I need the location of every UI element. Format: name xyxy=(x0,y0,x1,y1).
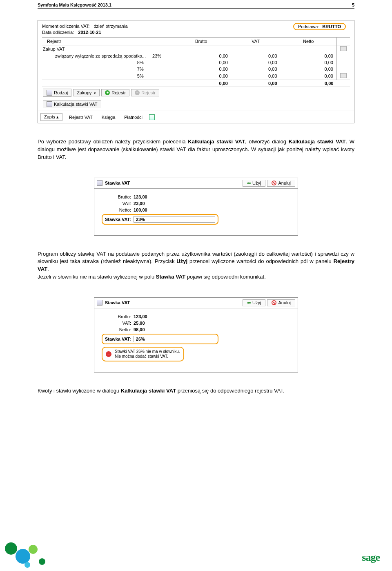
stawka-highlight: Stawka VAT: 26% xyxy=(102,334,218,344)
calculator-icon xyxy=(97,300,102,306)
moment-label: Moment odliczenia VAT: xyxy=(42,24,89,29)
page-header: Symfonia Mała Księgowość 2013.1 5 xyxy=(38,0,354,9)
footer-decoration: sage xyxy=(0,534,392,571)
col-vat: VAT xyxy=(231,38,281,45)
arrow-left-icon: ⇐ xyxy=(247,300,251,306)
group-sub: związany wyłącznie ze sprzedażą opodatko… xyxy=(47,54,146,58)
data-odliczenia-label: Data odliczenia: xyxy=(42,30,74,35)
use-button[interactable]: ⇐ Użyj xyxy=(243,299,265,306)
zakupy-button[interactable]: Zakupy xyxy=(73,89,100,96)
stawka-vat-dialog-2: Stawka VAT ⇐ Użyj Anuluj Brutto:123,00 V… xyxy=(94,297,298,372)
stawka-input[interactable]: 23% xyxy=(134,216,215,223)
vat-table: Rejestr Brutto VAT Netto Zakup VAT związ… xyxy=(42,37,350,87)
col-rejestr: Rejestr xyxy=(42,38,172,45)
col-netto: Netto xyxy=(281,38,337,45)
cancel-button[interactable]: Anuluj xyxy=(267,180,295,187)
rodzaj-button[interactable]: Rodzaj xyxy=(43,89,71,97)
scroll-down-icon[interactable] xyxy=(340,73,347,78)
netto-value: 100,00 xyxy=(134,207,147,212)
podstawa-highlight: Podstawa: BRUTTO xyxy=(293,23,346,30)
vat-3: 0,00 xyxy=(231,72,281,80)
vat-label: VAT: xyxy=(102,201,134,206)
rate-2: 7% xyxy=(137,67,168,71)
list-icon xyxy=(47,90,52,96)
doc-title: Symfonia Mała Księgowość 2013.1 xyxy=(38,2,111,7)
dialog-title: Stawka VAT xyxy=(105,300,130,305)
sage-logo: sage xyxy=(362,551,380,564)
netto-0: 0,00 xyxy=(281,53,337,59)
calendar-icon[interactable] xyxy=(149,114,155,120)
error-icon: – xyxy=(106,351,111,357)
group-label: Zakup VAT xyxy=(42,45,337,53)
arrow-left-icon: ⇐ xyxy=(247,181,251,186)
error-line-2: Nie można dodać stawki VAT. xyxy=(115,354,180,359)
paragraph-2: Program obliczy stawkę VAT na podstawie … xyxy=(38,250,354,281)
netto-2: 0,00 xyxy=(281,66,337,72)
scroll-up-icon[interactable] xyxy=(340,46,347,51)
minus-icon: − xyxy=(135,90,140,95)
registry-toolbar: Rodzaj Zakupy + Rejestr − Rejestr xyxy=(42,87,350,98)
stawka-label: Stawka VAT: xyxy=(105,337,131,341)
total-brutto: 0,00 xyxy=(172,80,231,87)
col-brutto: Brutto xyxy=(172,38,231,45)
brutto-1: 0,00 xyxy=(172,59,231,66)
tab-rejestr-vat[interactable]: Rejestr VAT xyxy=(67,114,95,120)
stawka-input[interactable]: 26% xyxy=(134,336,215,342)
kalkulacja-stawki-button[interactable]: Kalkulacja stawki VAT xyxy=(43,100,101,108)
vat-value: 23,00 xyxy=(134,201,145,206)
netto-3: 0,00 xyxy=(281,72,337,80)
brutto-label: Brutto: xyxy=(102,194,134,199)
error-line-1: Stawki VAT 26% nie ma w słowniku. xyxy=(115,349,180,354)
paragraph-1: Po wyborze podstawy obliczeń należy przy… xyxy=(38,138,354,161)
tab-ksiega[interactable]: Księga xyxy=(99,114,118,120)
vat-1: 0,00 xyxy=(231,59,281,66)
netto-label: Netto: xyxy=(102,327,134,332)
tab-platnosci[interactable]: Płatności xyxy=(122,114,145,120)
remove-rejestr-button[interactable]: − Rejestr xyxy=(131,89,159,96)
calculator-icon xyxy=(47,101,52,107)
moment-value: dzień otrzymania xyxy=(94,24,127,29)
rate-0: 23% xyxy=(152,54,161,58)
brutto-3: 0,00 xyxy=(172,72,231,80)
netto-value: 98,00 xyxy=(134,327,145,332)
add-rejestr-button[interactable]: + Rejestr xyxy=(101,89,129,96)
netto-label: Netto: xyxy=(102,207,134,212)
calculator-icon xyxy=(97,180,102,186)
vat-2: 0,00 xyxy=(231,66,281,72)
data-odliczenia-value: 2012-10-21 xyxy=(78,30,101,35)
vat-label: VAT: xyxy=(102,321,134,326)
brutto-label: Brutto: xyxy=(102,314,134,319)
podstawa-value[interactable]: BRUTTO xyxy=(322,24,341,29)
use-button[interactable]: ⇐ Użyj xyxy=(243,180,265,187)
paragraph-4: Kwoty i stawki wyliczone w dialogu Kalku… xyxy=(38,387,354,395)
plus-icon: + xyxy=(105,90,110,95)
rate-3: 5% xyxy=(137,74,168,78)
vat-0: 0,00 xyxy=(231,53,281,59)
podstawa-label: Podstawa: xyxy=(298,24,319,29)
brutto-value: 123,00 xyxy=(134,314,147,319)
stawka-highlight: Stawka VAT: 23% xyxy=(102,214,218,225)
vat-value: 25,00 xyxy=(134,321,145,326)
rate-1: 8% xyxy=(137,60,168,65)
cancel-button[interactable]: Anuluj xyxy=(267,299,295,306)
cancel-icon xyxy=(272,181,276,185)
error-highlight: – Stawki VAT 26% nie ma w słowniku. Nie … xyxy=(102,347,184,361)
cancel-icon xyxy=(272,300,276,305)
netto-1: 0,00 xyxy=(281,59,337,66)
stawka-label: Stawka VAT: xyxy=(105,217,131,222)
brutto-0: 0,00 xyxy=(172,53,231,59)
total-netto: 0,00 xyxy=(281,80,337,87)
vat-registry-window: Moment odliczenia VAT: dzień otrzymania … xyxy=(38,20,354,123)
brutto-2: 0,00 xyxy=(172,66,231,72)
dialog-title: Stawka VAT xyxy=(105,181,130,185)
bottom-toolbar: Zapis ▴ Rejestr VAT Księga Płatności xyxy=(38,111,354,123)
page-number: 5 xyxy=(352,2,354,7)
brutto-value: 123,00 xyxy=(134,194,147,199)
total-vat: 0,00 xyxy=(231,80,281,87)
zapis-button[interactable]: Zapis ▴ xyxy=(40,113,62,121)
stawka-vat-dialog-1: Stawka VAT ⇐ Użyj Anuluj Brutto:123,00 V… xyxy=(94,178,298,236)
